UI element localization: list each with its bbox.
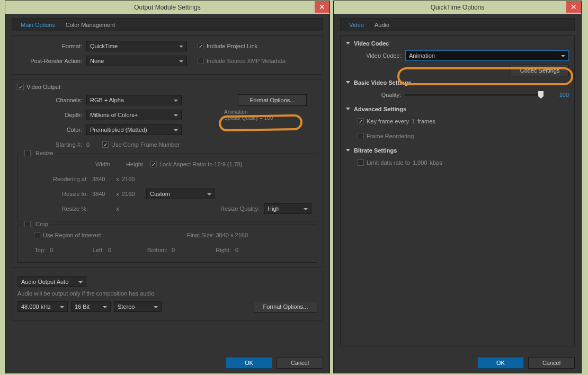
quicktime-options-window: QuickTime Options ✕ Video Audio Video Co…: [333, 1, 582, 373]
triangle-icon: [346, 42, 350, 44]
checkbox-icon: [358, 118, 364, 124]
section-bitrate[interactable]: Bitrate Settings: [346, 147, 569, 154]
format-options-button[interactable]: Format Options...: [238, 94, 307, 106]
cancel-button[interactable]: Cancel: [277, 357, 323, 369]
close-icon[interactable]: ✕: [566, 1, 581, 13]
crop-top-input[interactable]: 0: [50, 247, 71, 253]
lock-aspect-checkbox[interactable]: Lock Aspect Ratio to 16:9 (1.78): [150, 161, 243, 167]
section-video-codec[interactable]: Video Codec: [346, 40, 569, 47]
video-output-checkbox[interactable]: Video Output: [17, 84, 317, 90]
tab-color-management[interactable]: Color Management: [60, 20, 121, 30]
section-advanced[interactable]: Advanced Settings: [346, 106, 569, 112]
starting-label: Starting #:: [17, 141, 86, 148]
tab-main-options[interactable]: Main Options: [15, 20, 60, 30]
crop-final-size: Final Size: 3840 x 2160: [187, 232, 248, 238]
triangle-icon: [346, 108, 350, 110]
checkbox-icon: [150, 161, 157, 167]
titlebar: Output Module Settings ✕: [5, 1, 329, 14]
resize-preset-dropdown[interactable]: Custom: [146, 189, 215, 199]
color-label: Color:: [17, 127, 86, 133]
tab-video[interactable]: Video: [344, 20, 369, 30]
resize-group: Resize Width Height Lock Aspect Ratio to…: [17, 154, 317, 221]
post-render-label: Post-Render Action:: [17, 58, 86, 64]
triangle-icon: [346, 81, 350, 84]
use-comp-frame-checkbox[interactable]: Use Comp Frame Number: [102, 141, 180, 148]
crop-left-input[interactable]: 0: [108, 247, 129, 253]
post-render-dropdown[interactable]: None: [86, 56, 187, 66]
codec-settings-button[interactable]: Codec Settings: [511, 65, 569, 76]
checkbox-icon: [358, 159, 364, 166]
crop-group: Crop Use Region of Interest Final Size: …: [17, 225, 317, 263]
audio-depth-dropdown[interactable]: 16 Bit: [71, 301, 111, 312]
tabs: Video Audio: [340, 18, 575, 31]
tab-audio[interactable]: Audio: [369, 20, 395, 30]
audio-format-options-button[interactable]: Format Options...: [254, 301, 317, 312]
depth-dropdown[interactable]: Millions of Colors+: [86, 110, 182, 120]
format-dropdown[interactable]: QuickTime: [86, 41, 187, 51]
window-title: Output Module Settings: [134, 4, 200, 11]
section-basic-video[interactable]: Basic Video Settings: [346, 79, 569, 86]
crop-bottom-input[interactable]: 0: [172, 247, 193, 253]
use-roi-checkbox[interactable]: Use Region of Interest: [34, 232, 101, 238]
titlebar: QuickTime Options ✕: [334, 1, 581, 14]
quicktime-panel: Video Codec Video Codec: Animation Codec…: [340, 35, 575, 346]
ok-button[interactable]: OK: [226, 357, 272, 369]
triangle-icon: [346, 149, 350, 151]
resize-height-input[interactable]: 2160: [122, 191, 143, 197]
slider-handle-icon[interactable]: [538, 91, 544, 99]
checkbox-icon: [198, 43, 204, 49]
resize-width-input[interactable]: 3840: [92, 191, 113, 197]
crop-checkbox[interactable]: [24, 221, 31, 227]
output-module-settings-window: Output Module Settings ✕ Main Options Co…: [5, 1, 330, 373]
tabs: Main Options Color Management: [12, 18, 323, 31]
ok-button[interactable]: OK: [477, 357, 524, 369]
frame-reordering-checkbox[interactable]: Frame Reordering: [358, 133, 414, 139]
crop-right-input[interactable]: 0: [235, 247, 256, 253]
audio-output-dropdown[interactable]: Audio Output Auto: [17, 276, 86, 287]
starting-value[interactable]: 0: [86, 141, 102, 148]
checkbox-icon: [17, 84, 24, 90]
quality-value[interactable]: 100: [548, 92, 569, 98]
audio-channels-dropdown[interactable]: Stereo: [114, 301, 162, 312]
checkbox-icon: [358, 133, 364, 139]
resize-quality-dropdown[interactable]: High: [264, 203, 311, 214]
window-title: QuickTime Options: [431, 4, 485, 11]
limit-data-rate-checkbox[interactable]: Limit data rate to: [358, 159, 410, 166]
include-project-link-checkbox[interactable]: Include Project Link: [198, 43, 257, 49]
close-icon[interactable]: ✕: [315, 1, 329, 13]
depth-label: Depth:: [17, 112, 86, 118]
color-dropdown[interactable]: Premultiplied (Matted): [86, 124, 182, 135]
format-label: Format:: [17, 43, 86, 49]
checkbox-icon: [198, 58, 204, 64]
audio-panel: Audio Output Auto Audio will be output o…: [12, 272, 323, 320]
checkbox-icon: [34, 232, 40, 238]
checkbox-icon: [102, 141, 109, 148]
key-frame-checkbox[interactable]: Key frame every: [358, 118, 409, 124]
key-frame-value[interactable]: 1: [412, 118, 415, 124]
format-panel: Format: QuickTime Include Project Link P…: [12, 35, 323, 75]
channels-label: Channels:: [17, 97, 86, 103]
quality-slider[interactable]: [405, 94, 544, 96]
audio-hint: Audio will be output only if the composi…: [17, 290, 317, 297]
video-codec-dropdown[interactable]: Animation: [405, 50, 569, 61]
resize-checkbox[interactable]: [24, 150, 31, 156]
codec-info: Animation Spatial Quality = 100: [224, 109, 273, 121]
channels-dropdown[interactable]: RGB + Alpha: [86, 95, 182, 105]
include-xmp-checkbox[interactable]: Include Source XMP Metadata: [198, 58, 286, 64]
cancel-button[interactable]: Cancel: [528, 357, 575, 369]
audio-rate-dropdown[interactable]: 48.000 kHz: [17, 301, 68, 312]
video-output-panel: Video Output Channels: RGB + Alpha Forma…: [12, 79, 323, 267]
bitrate-value[interactable]: 1,000: [413, 159, 427, 166]
